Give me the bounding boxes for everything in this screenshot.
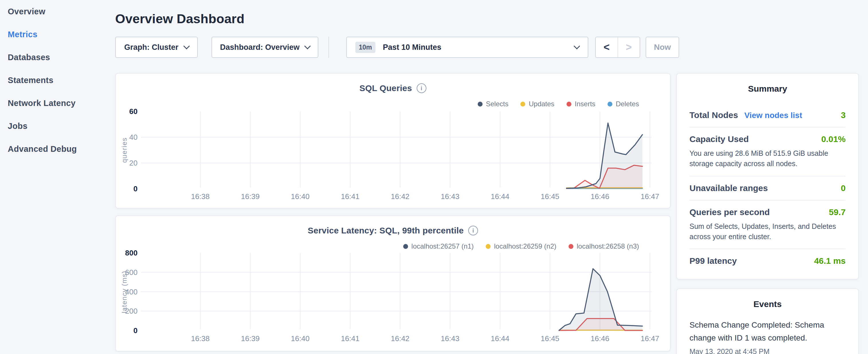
events-title: Events (689, 299, 846, 309)
summary-row-label: Queries per second (689, 207, 770, 217)
chart-plot-area[interactable] (116, 74, 671, 209)
legend-dot-icon (486, 244, 491, 249)
legend-item: Updates (520, 100, 554, 108)
legend-dot-icon (608, 102, 612, 106)
legend-label: localhost:26259 (n2) (494, 242, 556, 250)
sidebar-item-jobs[interactable]: Jobs (0, 115, 112, 137)
now-button[interactable]: Now (646, 37, 679, 58)
summary-row: Queries per second59.7Sum of Selects, Up… (689, 200, 846, 249)
time-step-buttons: < > (595, 37, 640, 58)
y-axis-title: queries (120, 137, 128, 163)
y-axis-tick-label: 800 (116, 249, 137, 257)
summary-row-value: 46.1 ms (814, 256, 846, 266)
legend-item: localhost:26257 (n1) (403, 242, 474, 250)
summary-row-value: 59.7 (829, 207, 846, 217)
y-axis-title: latency (ms) (120, 270, 128, 313)
prev-timeframe-button[interactable]: < (596, 37, 618, 57)
summary-row-label: Unavailable ranges (689, 183, 768, 193)
toolbar-divider (329, 37, 329, 58)
x-axis-tick-label: 16:45 (530, 334, 570, 343)
legend-label: localhost:26257 (n1) (411, 242, 474, 250)
chevron-left-icon: < (603, 41, 610, 53)
page-title: Overview Dashboard (115, 11, 244, 26)
legend-item: Selects (478, 100, 509, 108)
x-axis-tick-label: 16:42 (380, 192, 420, 201)
x-axis-tick-label: 16:46 (580, 192, 620, 201)
summary-row-description: Sum of Selects, Updates, Inserts, and De… (689, 221, 846, 242)
sidebar-item-network-latency[interactable]: Network Latency (0, 92, 112, 115)
service-latency-chart-card: Service Latency: SQL, 99th percentile i … (115, 215, 671, 351)
legend-label: localhost:26258 (n3) (577, 242, 639, 250)
summary-row-description: You are using 28.6 MiB of 515.9 GiB usab… (689, 148, 846, 169)
summary-title: Summary (689, 84, 846, 94)
x-axis-tick-label: 16:39 (230, 192, 270, 201)
time-range-label: Past 10 Minutes (383, 43, 575, 52)
summary-row: Total NodesView nodes list3 (689, 103, 846, 127)
dashboard-label: Dashboard: Overview (220, 43, 300, 52)
chevron-down-icon (183, 43, 190, 50)
x-axis-tick-label: 16:40 (280, 334, 320, 343)
legend-dot-icon (520, 102, 525, 106)
legend-dot-icon (478, 102, 483, 106)
graph-scope-dropdown[interactable]: Graph: Cluster (115, 37, 198, 58)
chart-legend: SelectsUpdatesInsertsDeletes (478, 100, 639, 108)
now-button-label: Now (654, 43, 671, 52)
time-range-dropdown[interactable]: 10m Past 10 Minutes (346, 37, 588, 58)
legend-label: Inserts (575, 100, 595, 108)
sidebar-item-statements[interactable]: Statements (0, 69, 112, 92)
summary-row-label: Capacity Used (689, 134, 749, 144)
legend-dot-icon (566, 102, 571, 106)
x-axis-tick-label: 16:39 (230, 334, 270, 343)
graph-scope-label: Graph: Cluster (124, 43, 178, 52)
y-axis-tick-label: 0 (116, 326, 137, 335)
summary-row-value: 0.01% (821, 134, 846, 144)
next-timeframe-button[interactable]: > (618, 37, 640, 57)
time-range-badge: 10m (355, 42, 375, 53)
summary-panel: Summary Total NodesView nodes list3Capac… (676, 73, 859, 280)
x-axis-tick-label: 16:44 (480, 192, 520, 201)
x-axis-tick-label: 16:41 (330, 334, 370, 343)
x-axis-tick-label: 16:41 (330, 192, 370, 201)
sidebar-item-metrics[interactable]: Metrics (0, 23, 112, 46)
y-axis-tick-label: 0 (116, 185, 137, 193)
chart-legend: localhost:26257 (n1)localhost:26259 (n2)… (403, 242, 639, 250)
legend-label: Selects (486, 100, 509, 108)
chevron-right-icon: > (626, 41, 632, 53)
dashboard-dropdown[interactable]: Dashboard: Overview (212, 37, 318, 58)
x-axis-tick-label: 16:43 (430, 334, 470, 343)
x-axis-tick-label: 16:46 (580, 334, 620, 343)
summary-row-label: Total Nodes (689, 110, 738, 120)
x-axis-tick-label: 16:38 (180, 192, 220, 201)
legend-label: Deletes (616, 100, 639, 108)
summary-row-value: 0 (841, 183, 846, 193)
legend-dot-icon (568, 244, 574, 249)
legend-dot-icon (403, 244, 408, 249)
x-axis-tick-label: 16:47 (630, 334, 670, 343)
events-panel: Events Schema Change Completed: Schema c… (676, 288, 859, 354)
legend-item: Inserts (566, 100, 595, 108)
summary-row-label: P99 latency (689, 256, 737, 266)
summary-row: Unavailable ranges0 (689, 176, 846, 200)
x-axis-tick-label: 16:42 (380, 334, 420, 343)
chevron-down-icon (574, 43, 580, 50)
legend-item: localhost:26259 (n2) (486, 242, 556, 250)
view-nodes-list-link[interactable]: View nodes list (744, 111, 802, 120)
sidebar-item-overview[interactable]: Overview (0, 0, 112, 23)
sidebar-nav: OverviewMetricsDatabasesStatementsNetwor… (0, 0, 112, 160)
event-timestamp: May 13, 2020 at 4:45 PM (689, 347, 846, 354)
legend-label: Updates (529, 100, 554, 108)
chevron-down-icon (304, 43, 311, 50)
event-text[interactable]: Schema Change Completed: Schema change w… (689, 319, 831, 345)
chart-plot-area[interactable] (116, 216, 671, 352)
summary-row: P99 latency46.1 ms (689, 249, 846, 273)
legend-item: localhost:26258 (n3) (568, 242, 639, 250)
x-axis-tick-label: 16:40 (280, 192, 320, 201)
x-axis-tick-label: 16:43 (430, 192, 470, 201)
y-axis-tick-label: 60 (116, 107, 137, 116)
summary-row: Capacity Used0.01%You are using 28.6 MiB… (689, 127, 846, 176)
x-axis-tick-label: 16:47 (630, 192, 670, 201)
sidebar-item-advanced-debug[interactable]: Advanced Debug (0, 137, 112, 160)
legend-item: Deletes (608, 100, 639, 108)
sidebar-item-databases[interactable]: Databases (0, 46, 112, 69)
sql-queries-chart-card: SQL Queries i 020406016:3816:3916:4016:4… (115, 73, 671, 208)
